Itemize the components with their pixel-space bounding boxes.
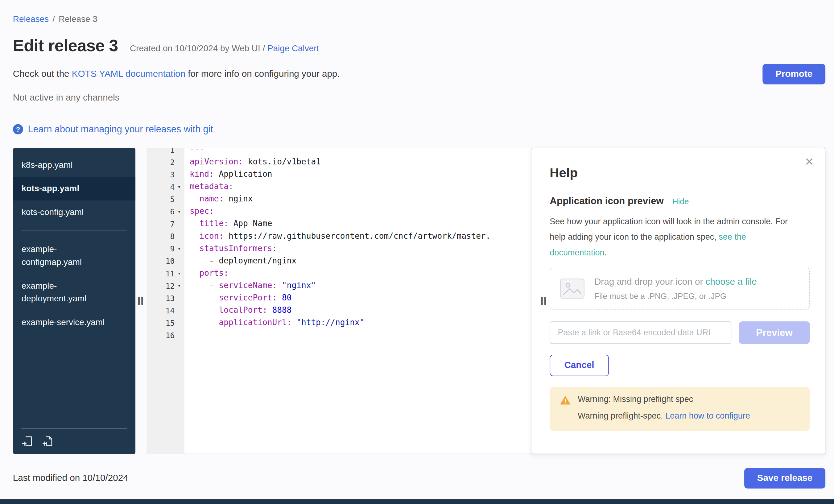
doc-line-suffix: for more info on configuring your app. bbox=[185, 69, 340, 79]
file-tree-list: k8s-app.yamlkots-app.yamlkots-config.yam… bbox=[13, 148, 135, 334]
gutter-line: 12▾ bbox=[147, 280, 183, 292]
line-number: 3 bbox=[150, 170, 175, 179]
line-number: 8 bbox=[150, 232, 175, 241]
dropzone-prompt: Drag and drop your icon or choose a file bbox=[594, 277, 757, 287]
kots-yaml-doc-link[interactable]: KOTS YAML documentation bbox=[72, 69, 185, 79]
gutter-line: 7 bbox=[147, 218, 183, 230]
icon-preview-title: Application icon preview bbox=[550, 196, 663, 207]
preview-button[interactable]: Preview bbox=[739, 322, 810, 344]
description-period: . bbox=[605, 248, 607, 257]
fold-arrow-icon[interactable]: ▾ bbox=[175, 270, 184, 276]
breadcrumb: Releases/Release 3 bbox=[13, 0, 825, 24]
file-tree-footer-divider bbox=[22, 429, 127, 429]
help-panel-resize-handle[interactable] bbox=[541, 297, 546, 305]
help-panel: ✕ Help Application icon preview Hide See… bbox=[531, 148, 825, 454]
line-number: 15 bbox=[150, 318, 175, 327]
git-help-row: ? Learn about managing your releases wit… bbox=[13, 124, 825, 135]
warning-title: Warning: Missing preflight spec bbox=[578, 395, 750, 404]
file-tree-item[interactable]: kots-app.yaml bbox=[13, 177, 135, 200]
gutter-line: 6▾ bbox=[147, 205, 183, 218]
last-modified-text: Last modified on 10/10/2024 bbox=[13, 473, 128, 484]
line-number: 14 bbox=[150, 306, 175, 314]
duplicate-file-icon[interactable] bbox=[42, 435, 54, 447]
icon-dropzone[interactable]: Drag and drop your icon or choose a file… bbox=[550, 268, 810, 310]
gutter-line: 13 bbox=[147, 292, 183, 304]
icon-url-input[interactable] bbox=[550, 322, 731, 344]
gutter-line: 2 bbox=[147, 156, 183, 168]
line-number: 1 bbox=[150, 148, 175, 154]
choose-file-link[interactable]: choose a file bbox=[706, 277, 757, 287]
gutter-line: 16 bbox=[147, 329, 183, 341]
warning-text: Warning: Missing preflight spec Warning … bbox=[578, 395, 750, 423]
help-circle-icon[interactable]: ? bbox=[13, 124, 23, 134]
line-number: 4 bbox=[150, 182, 175, 191]
file-tree-divider bbox=[22, 231, 127, 231]
file-tree-item[interactable]: kots-config.yaml bbox=[13, 200, 135, 224]
gutter-line: 15 bbox=[147, 316, 183, 329]
file-tree-item[interactable]: example-deployment.yaml bbox=[13, 274, 135, 311]
help-panel-title: Help bbox=[550, 166, 810, 181]
breadcrumb-current: Release 3 bbox=[59, 15, 97, 24]
warning-triangle-icon bbox=[559, 395, 571, 406]
dropzone-text: Drag and drop your icon or choose a file… bbox=[594, 277, 757, 301]
breadcrumb-separator: / bbox=[52, 15, 55, 24]
doc-row: Check out the KOTS YAML documentation fo… bbox=[13, 64, 825, 84]
created-text: Created on 10/10/2024 by Web UI / bbox=[130, 43, 267, 53]
new-file-icon[interactable] bbox=[22, 435, 33, 447]
file-tree-footer bbox=[13, 429, 135, 454]
dropzone-requirements: File must be a .PNG, .JPEG, or .JPG bbox=[594, 291, 757, 301]
learn-how-to-configure-link[interactable]: Learn how to configure bbox=[665, 411, 750, 420]
footer-row: Last modified on 10/10/2024 Save release bbox=[13, 468, 825, 488]
page: Releases/Release 3 Edit release 3 Create… bbox=[0, 0, 834, 504]
warning-detail: Warning preflight-spec. Learn how to con… bbox=[578, 411, 750, 421]
editor-gutter: 1234▾56▾789▾1011▾12▾13141516 bbox=[147, 148, 183, 341]
cancel-button[interactable]: Cancel bbox=[550, 355, 609, 376]
fold-arrow-icon[interactable]: ▾ bbox=[175, 184, 184, 190]
icon-preview-description: See how your application icon will look … bbox=[550, 214, 805, 260]
file-tree-sidebar: k8s-app.yamlkots-app.yamlkots-config.yam… bbox=[13, 148, 135, 454]
fold-arrow-icon[interactable]: ▾ bbox=[175, 283, 184, 288]
file-tree-item[interactable]: example-configmap.yaml bbox=[13, 238, 135, 274]
breadcrumb-releases-link[interactable]: Releases bbox=[13, 15, 49, 24]
gutter-line: 3 bbox=[147, 168, 183, 180]
save-release-button[interactable]: Save release bbox=[744, 468, 825, 488]
gutter-line: 4▾ bbox=[147, 180, 183, 193]
hide-link[interactable]: Hide bbox=[673, 197, 689, 206]
promote-button[interactable]: Promote bbox=[763, 64, 825, 84]
preflight-warning-box: Warning: Missing preflight spec Warning … bbox=[550, 387, 810, 431]
close-icon[interactable]: ✕ bbox=[805, 156, 814, 167]
author-link[interactable]: Paige Calvert bbox=[267, 43, 319, 53]
file-tree-actions bbox=[22, 435, 127, 447]
warning-detail-text: Warning preflight-spec. bbox=[578, 411, 665, 420]
line-number: 9 bbox=[150, 244, 175, 253]
title-row: Edit release 3 Created on 10/10/2024 by … bbox=[13, 36, 825, 56]
gutter-line: 10 bbox=[147, 255, 183, 267]
doc-line-prefix: Check out the bbox=[13, 69, 72, 79]
line-number: 5 bbox=[150, 195, 175, 203]
gutter-line: 11▾ bbox=[147, 267, 183, 280]
file-tree-item[interactable]: k8s-app.yaml bbox=[13, 153, 135, 177]
line-number: 10 bbox=[150, 257, 175, 265]
line-number: 12 bbox=[150, 281, 175, 290]
file-tree-item[interactable]: example-service.yaml bbox=[13, 311, 135, 334]
image-placeholder-icon bbox=[560, 278, 585, 299]
sidebar-resize-handle[interactable] bbox=[138, 297, 143, 305]
doc-line: Check out the KOTS YAML documentation fo… bbox=[13, 69, 340, 80]
git-help-link[interactable]: Learn about managing your releases with … bbox=[28, 124, 213, 135]
dropzone-prompt-text: Drag and drop your icon or bbox=[594, 277, 706, 287]
gutter-line: 8 bbox=[147, 230, 183, 242]
created-info: Created on 10/10/2024 by Web UI / Paige … bbox=[130, 43, 319, 53]
gutter-line: 5 bbox=[147, 193, 183, 205]
icon-preview-section-header: Application icon preview Hide bbox=[550, 196, 810, 207]
gutter-line: 1 bbox=[147, 148, 183, 156]
gutter-line: 9▾ bbox=[147, 242, 183, 255]
line-number: 2 bbox=[150, 158, 175, 166]
line-number: 7 bbox=[150, 220, 175, 228]
icon-url-row: Preview bbox=[550, 322, 810, 344]
fold-arrow-icon[interactable]: ▾ bbox=[175, 245, 184, 251]
line-number: 6 bbox=[150, 207, 175, 216]
gutter-line: 14 bbox=[147, 304, 183, 316]
line-number: 13 bbox=[150, 294, 175, 302]
fold-arrow-icon[interactable]: ▾ bbox=[175, 209, 184, 214]
editor-gutter-area: 1234▾56▾789▾1011▾12▾13141516 bbox=[147, 148, 184, 454]
